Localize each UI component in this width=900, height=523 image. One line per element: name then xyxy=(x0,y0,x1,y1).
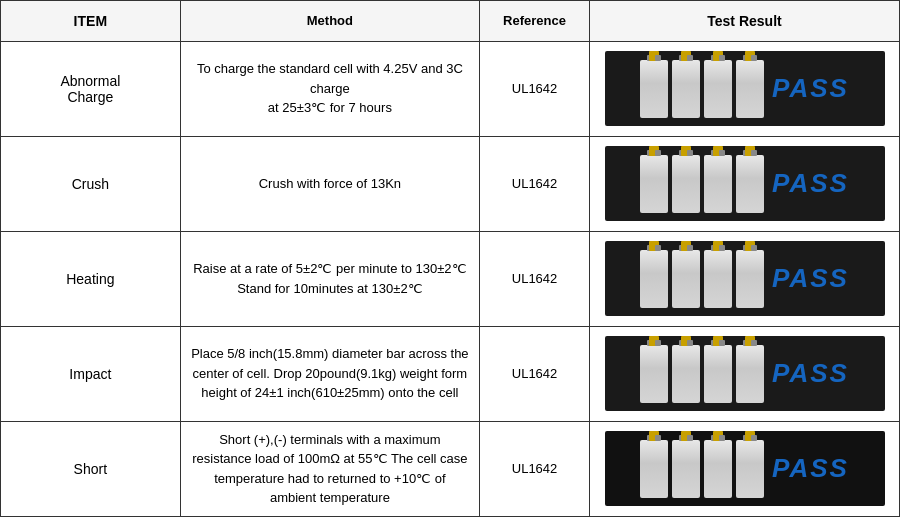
battery-cell-icon xyxy=(736,60,764,118)
battery-cell-icon xyxy=(640,250,668,308)
header-method: Method xyxy=(180,1,479,42)
battery-cell-icon xyxy=(736,155,764,213)
table-row: HeatingRaise at a rate of 5±2℃ per minut… xyxy=(1,231,900,326)
battery-cell-icon xyxy=(704,440,732,498)
item-cell: Heating xyxy=(1,231,181,326)
battery-cell-icon xyxy=(736,345,764,403)
header-result: Test Result xyxy=(590,1,900,42)
pass-label: PASS xyxy=(772,263,849,294)
method-cell: Raise at a rate of 5±2℃ per minute to 13… xyxy=(180,231,479,326)
battery-cell-icon xyxy=(640,345,668,403)
table-row: Abnormal ChargeTo charge the standard ce… xyxy=(1,41,900,136)
item-cell: Impact xyxy=(1,326,181,421)
battery-cell-icon xyxy=(672,250,700,308)
pass-label: PASS xyxy=(772,358,849,389)
battery-cell-icon xyxy=(704,60,732,118)
result-cell: PASS xyxy=(590,421,900,516)
table-row: CrushCrush with force of 13KnUL1642PASS xyxy=(1,136,900,231)
result-cell: PASS xyxy=(590,231,900,326)
battery-cell-icon xyxy=(640,155,668,213)
header-reference: Reference xyxy=(480,1,590,42)
method-cell: Place 5/8 inch(15.8mm) diameter bar acro… xyxy=(180,326,479,421)
item-cell: Short xyxy=(1,421,181,516)
battery-cell-icon xyxy=(704,345,732,403)
battery-cell-icon xyxy=(736,440,764,498)
reference-cell: UL1642 xyxy=(480,231,590,326)
reference-cell: UL1642 xyxy=(480,41,590,136)
pass-visual: PASS xyxy=(605,51,885,126)
method-cell: Crush with force of 13Kn xyxy=(180,136,479,231)
reference-cell: UL1642 xyxy=(480,136,590,231)
battery-cell-icon xyxy=(640,60,668,118)
battery-cell-icon xyxy=(736,250,764,308)
header-item: ITEM xyxy=(1,1,181,42)
table-row: ImpactPlace 5/8 inch(15.8mm) diameter ba… xyxy=(1,326,900,421)
battery-cell-icon xyxy=(640,440,668,498)
item-cell: Crush xyxy=(1,136,181,231)
pass-label: PASS xyxy=(772,73,849,104)
pass-label: PASS xyxy=(772,453,849,484)
result-cell: PASS xyxy=(590,41,900,136)
item-cell: Abnormal Charge xyxy=(1,41,181,136)
battery-cell-icon xyxy=(704,250,732,308)
table-row: ShortShort (+),(-) terminals with a maxi… xyxy=(1,421,900,516)
pass-visual: PASS xyxy=(605,146,885,221)
reference-cell: UL1642 xyxy=(480,326,590,421)
pass-visual: PASS xyxy=(605,241,885,316)
battery-cell-icon xyxy=(672,60,700,118)
battery-cell-icon xyxy=(672,345,700,403)
reference-cell: UL1642 xyxy=(480,421,590,516)
method-cell: Short (+),(-) terminals with a maximum r… xyxy=(180,421,479,516)
result-cell: PASS xyxy=(590,136,900,231)
pass-visual: PASS xyxy=(605,431,885,506)
battery-cell-icon xyxy=(672,440,700,498)
test-results-table: ITEM Method Reference Test Result Abnorm… xyxy=(0,0,900,517)
battery-cell-icon xyxy=(672,155,700,213)
battery-cell-icon xyxy=(704,155,732,213)
method-cell: To charge the standard cell with 4.25V a… xyxy=(180,41,479,136)
pass-label: PASS xyxy=(772,168,849,199)
pass-visual: PASS xyxy=(605,336,885,411)
result-cell: PASS xyxy=(590,326,900,421)
